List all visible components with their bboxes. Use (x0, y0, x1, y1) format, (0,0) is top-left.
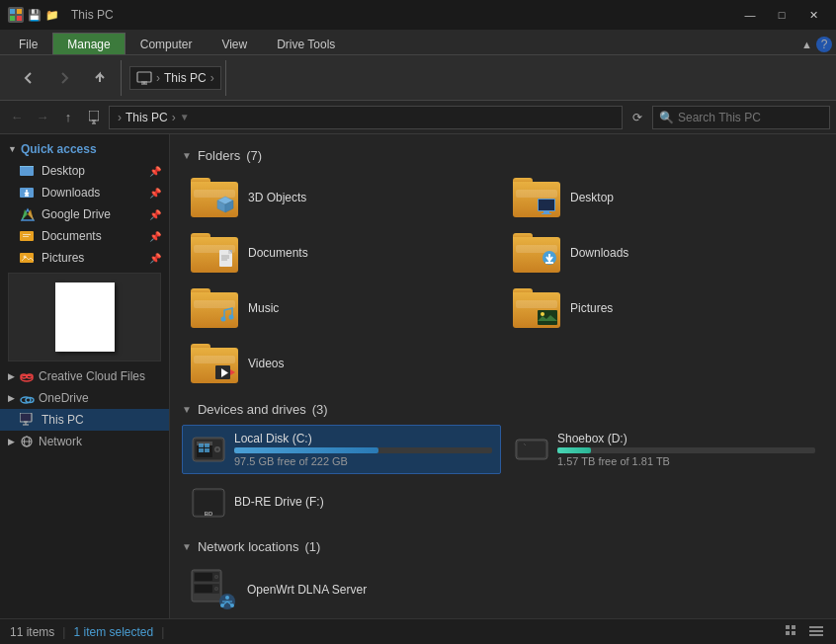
app-icon (8, 7, 24, 23)
address-box: › This PC › (129, 66, 221, 90)
forward-nav-button[interactable] (47, 62, 81, 94)
3dobjects-icon (191, 178, 238, 217)
back-nav-button[interactable] (12, 62, 45, 94)
title-text: This PC (71, 8, 114, 22)
folder-item-desktop[interactable]: Desktop (504, 171, 824, 224)
back-button[interactable]: ← (6, 107, 28, 128)
svg-rect-2 (10, 16, 15, 21)
drive-item-c[interactable]: Local Disk (C:) 97.5 GB free of 222 GB (182, 425, 501, 474)
videos-label: Videos (248, 357, 284, 370)
maximize-button[interactable]: □ (767, 5, 796, 25)
search-input[interactable] (678, 111, 826, 124)
documents-big-icon (191, 233, 238, 273)
network-section-header[interactable]: ▼ Network locations (1) (182, 539, 824, 554)
svg-rect-100 (792, 631, 795, 635)
svg-rect-88 (195, 573, 212, 581)
sidebar-section-creative-cloud[interactable]: ▶ Creative Cloud Files (0, 365, 169, 387)
dl-overlay (540, 250, 559, 272)
onedrive-label: OneDrive (39, 391, 89, 405)
tab-computer[interactable]: Computer (125, 33, 208, 54)
downloads-folder-icon (20, 185, 36, 201)
search-box[interactable]: 🔍 (652, 106, 830, 129)
up-button[interactable]: ↑ (57, 107, 79, 128)
sidebar-section-onedrive[interactable]: ▶ OneDrive (0, 387, 169, 409)
quick-access-label: Quick access (21, 142, 97, 156)
folder-item-videos[interactable]: Videos (182, 337, 502, 390)
list-view-button[interactable] (806, 622, 826, 642)
music-label: Music (248, 301, 279, 315)
sidebar-item-googledrive[interactable]: Google Drive 📌 (0, 203, 169, 225)
svg-rect-99 (786, 631, 790, 635)
vid-overlay (215, 364, 237, 382)
downloads-label: Downloads (42, 186, 100, 200)
sidebar: ▼ Quick access Desktop 📌 Downloads 📌 (0, 134, 170, 618)
svg-rect-21 (23, 236, 29, 237)
sidebar-item-pictures[interactable]: Pictures 📌 (0, 247, 169, 269)
ribbon-tab-right: ▲ ? (801, 37, 832, 54)
sidebar-section-network[interactable]: ▶ Network (0, 431, 169, 452)
drive-item-f[interactable]: BD BD-RE Drive (F:) (182, 478, 501, 527)
drive-info-c: Local Disk (C:) 97.5 GB free of 222 GB (234, 432, 492, 467)
folder-item-pictures[interactable]: Pictures (504, 282, 824, 335)
hdd-icon-d (514, 432, 549, 467)
folder-item-downloads[interactable]: Downloads (504, 226, 824, 280)
svg-rect-12 (20, 166, 34, 176)
item-count: 11 items (10, 625, 54, 639)
folder-item-documents[interactable]: Documents (182, 226, 502, 280)
up-nav-button[interactable] (83, 62, 117, 94)
svg-rect-67 (205, 443, 209, 447)
minimize-button[interactable]: — (735, 5, 765, 25)
sidebar-item-documents[interactable]: Documents 📌 (0, 225, 169, 247)
thispc-icon-sidebar (20, 412, 36, 428)
ribbon-collapse-icon[interactable]: ▲ (801, 39, 812, 50)
status-separator-2: | (161, 625, 164, 639)
status-bar: 11 items | 1 item selected | (0, 618, 836, 644)
recent-button[interactable] (83, 107, 105, 128)
tab-file[interactable]: File (4, 33, 52, 54)
network-item-dlna[interactable]: OpenWrt DLNA Server (182, 562, 824, 617)
svg-rect-4 (137, 72, 151, 82)
3d-overlay (214, 194, 236, 215)
thispc-icon (136, 70, 152, 86)
thispc-label: This PC (42, 413, 84, 427)
tab-drive-tools[interactable]: Drive Tools (262, 33, 350, 54)
folders-section-header[interactable]: ▼ Folders (7) (182, 148, 824, 163)
pictures-label: Pictures (42, 251, 84, 265)
drive-item-d[interactable]: Shoebox (D:) 1.57 TB free of 1.81 TB (505, 425, 824, 474)
refresh-button[interactable]: ⟳ (627, 107, 648, 128)
sidebar-item-desktop[interactable]: Desktop 📌 (0, 160, 169, 182)
address-path-box[interactable]: › This PC › ▼ (109, 106, 623, 129)
drives-section-header[interactable]: ▼ Devices and drives (3) (182, 402, 824, 417)
sidebar-section-quick-access[interactable]: ▼ Quick access (0, 138, 169, 160)
details-view-button[interactable] (783, 622, 802, 642)
folders-count: (7) (246, 148, 262, 163)
downloads-big-icon (513, 233, 560, 273)
folder-item-3dobjects[interactable]: 3D Objects (182, 171, 502, 224)
drive-bar-bg-d (557, 447, 815, 453)
help-icon[interactable]: ? (816, 37, 832, 52)
drive-info-f: BD-RE Drive (F:) (234, 495, 492, 511)
sidebar-item-downloads[interactable]: Downloads 📌 (0, 182, 169, 203)
googledrive-icon (20, 206, 36, 222)
status-separator-1: | (62, 625, 65, 639)
forward-button[interactable]: → (32, 107, 53, 128)
close-button[interactable]: ✕ (798, 5, 828, 25)
documents-label: Documents (42, 229, 102, 243)
sidebar-item-thispc[interactable]: This PC (0, 409, 169, 431)
tab-manage[interactable]: Manage (52, 33, 125, 54)
pin-icon-docs: 📌 (149, 231, 161, 242)
folder-item-music[interactable]: Music (182, 282, 502, 335)
address-end-separator: › (210, 71, 214, 85)
disk-icon: 📁 (45, 9, 59, 22)
svg-rect-97 (786, 625, 790, 629)
pin-icon-pics: 📌 (149, 253, 161, 264)
svg-rect-0 (10, 9, 15, 14)
breadcrumb-separator: › (172, 111, 176, 124)
drives-count: (3) (312, 402, 328, 417)
floppy-icon: 💾 (28, 9, 42, 22)
title-bar-left: 💾 📁 This PC (8, 7, 114, 23)
back-icon (21, 70, 37, 86)
svg-rect-55 (538, 310, 557, 325)
tab-view[interactable]: View (207, 33, 262, 54)
creative-cloud-icon (19, 369, 35, 383)
